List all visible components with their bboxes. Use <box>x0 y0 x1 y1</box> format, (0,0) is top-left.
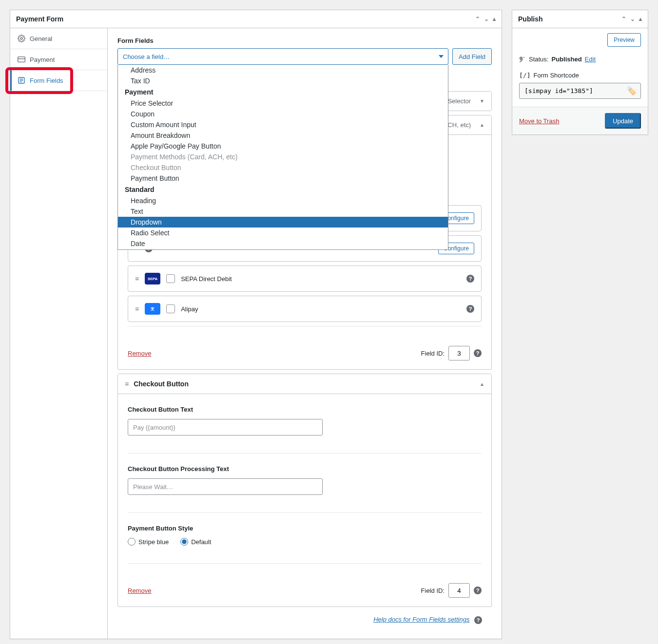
sidebar-item-label: Form Fields <box>30 77 63 84</box>
sidebar-item-payment[interactable]: Payment <box>10 49 107 70</box>
field-id-label: Field ID: <box>421 587 445 594</box>
dropdown-option: Standard <box>118 184 448 195</box>
drag-icon[interactable]: ≡ <box>135 305 139 313</box>
dropdown-option[interactable]: Address <box>118 65 448 76</box>
style-default-option[interactable]: Default <box>180 538 211 546</box>
help-docs-link[interactable]: Help docs for Form Fields settings <box>373 616 469 623</box>
dropdown-option[interactable]: Text <box>118 206 448 217</box>
payment-button-style-label: Payment Button Style <box>128 525 482 532</box>
drag-icon[interactable]: ≡ <box>125 380 129 388</box>
sidebar-item-general[interactable]: General <box>10 28 107 49</box>
panel-title: Payment Form <box>16 15 63 23</box>
form-icon <box>17 76 26 85</box>
dropdown-option[interactable]: Dropdown <box>118 217 448 227</box>
checkout-processing-label: Checkout Button Processing Text <box>128 465 482 473</box>
payment-logo: S€PA <box>145 273 160 284</box>
collapse-icon[interactable]: ▴ <box>493 16 496 22</box>
dropdown-option[interactable]: Heading <box>118 195 448 206</box>
checkout-processing-input[interactable] <box>128 478 323 495</box>
dropdown-option[interactable]: Apple Pay/Google Pay Button <box>118 141 448 152</box>
help-icon[interactable]: ? <box>474 349 482 357</box>
dropdown-option: Payment <box>118 86 448 98</box>
shortcode-input[interactable] <box>520 83 623 98</box>
update-button[interactable]: Update <box>605 113 641 129</box>
edit-status-link[interactable]: Edit <box>585 56 596 63</box>
sidebar-item-label: General <box>30 35 52 42</box>
payment-checkbox[interactable] <box>166 274 175 283</box>
collapse-icon[interactable]: ▴ <box>639 16 642 22</box>
field-dropdown-panel[interactable]: AddressTax IDPaymentPrice SelectorCoupon… <box>117 65 448 250</box>
key-icon <box>519 56 526 63</box>
help-icon[interactable]: ? <box>466 275 474 283</box>
drag-icon[interactable]: ≡ <box>135 275 139 283</box>
dropdown-option[interactable]: Custom Amount Input <box>118 119 448 130</box>
dropdown-option[interactable]: Payment Methods (Card, ACH, etc) <box>118 152 448 162</box>
sidebar: General Payment Form Fields <box>10 28 108 639</box>
dropdown-option[interactable]: Checkout Button <box>118 162 448 173</box>
checkout-text-label: Checkout Button Text <box>128 406 482 413</box>
add-field-button[interactable]: Add Field <box>452 48 492 65</box>
card-icon <box>17 55 26 64</box>
dropdown-option[interactable]: Price Selector <box>118 98 448 109</box>
payment-method-row: ≡ S€PA SEPA Direct Debit ? <box>128 265 482 292</box>
chevron-up-icon[interactable]: ▲ <box>480 122 484 128</box>
checkout-text-input[interactable] <box>128 419 323 436</box>
chevron-up-icon[interactable]: ⌃ <box>475 16 480 22</box>
remove-link[interactable]: Remove <box>128 350 151 357</box>
move-to-trash-link[interactable]: Move to Trash <box>519 117 559 125</box>
chevron-up-icon[interactable]: ⌃ <box>621 16 626 22</box>
dropdown-option[interactable]: Radio Select <box>118 227 448 238</box>
field-id-input[interactable] <box>448 583 470 598</box>
dropdown-option[interactable]: Date <box>118 238 448 249</box>
dropdown-option[interactable]: Coupon <box>118 109 448 119</box>
dropdown-option[interactable]: Amount Breakdown <box>118 130 448 141</box>
dropdown-option[interactable]: Number <box>118 249 448 250</box>
copy-icon[interactable]: 🏷️ <box>623 83 640 98</box>
gear-icon <box>17 34 26 43</box>
field-id-input[interactable] <box>448 346 470 360</box>
chevron-down-icon[interactable]: ▼ <box>480 98 484 104</box>
payment-logo: 支 <box>145 303 160 315</box>
checkout-button-row: ≡ Checkout Button ▲ Checkout Button Text <box>117 374 492 607</box>
preview-button[interactable]: Preview <box>607 33 641 47</box>
choose-field-select[interactable]: Choose a field… <box>117 48 448 65</box>
chevron-up-icon[interactable]: ▲ <box>480 381 484 387</box>
publish-title: Publish <box>518 15 543 23</box>
help-icon[interactable]: ? <box>474 587 482 594</box>
chevron-down-icon[interactable]: ⌄ <box>484 16 489 22</box>
payment-checkbox[interactable] <box>166 304 175 313</box>
field-id-label: Field ID: <box>421 350 445 357</box>
help-icon[interactable]: ? <box>466 305 474 313</box>
dropdown-option[interactable]: Tax ID <box>118 76 448 86</box>
svg-rect-1 <box>18 57 25 62</box>
dropdown-option[interactable]: Payment Button <box>118 173 448 184</box>
payment-method-name: SEPA Direct Debit <box>181 275 232 283</box>
remove-link[interactable]: Remove <box>128 587 151 594</box>
shortcode-icon: [/] <box>519 72 530 79</box>
help-icon[interactable]: ? <box>474 616 482 624</box>
sidebar-item-form-fields[interactable]: Form Fields <box>10 70 107 91</box>
svg-point-0 <box>20 38 22 39</box>
payment-method-row: ≡ 支 Alipay ? <box>128 296 482 322</box>
payment-method-name: Alipay <box>181 305 198 313</box>
sidebar-item-label: Payment <box>30 56 55 63</box>
style-stripe-option[interactable]: Stripe blue <box>128 538 169 546</box>
form-fields-heading: Form Fields <box>117 37 492 44</box>
chevron-down-icon[interactable]: ⌄ <box>630 16 635 22</box>
